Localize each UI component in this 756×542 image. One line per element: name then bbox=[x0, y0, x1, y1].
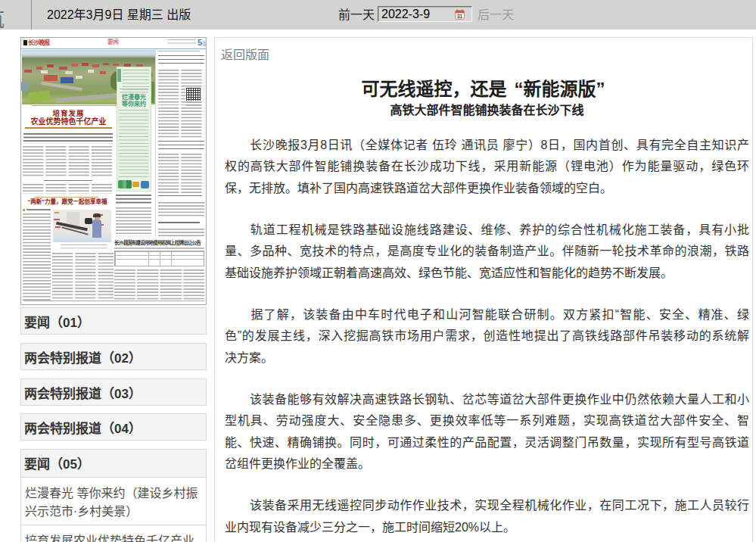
svg-text:31: 31 bbox=[457, 14, 463, 19]
